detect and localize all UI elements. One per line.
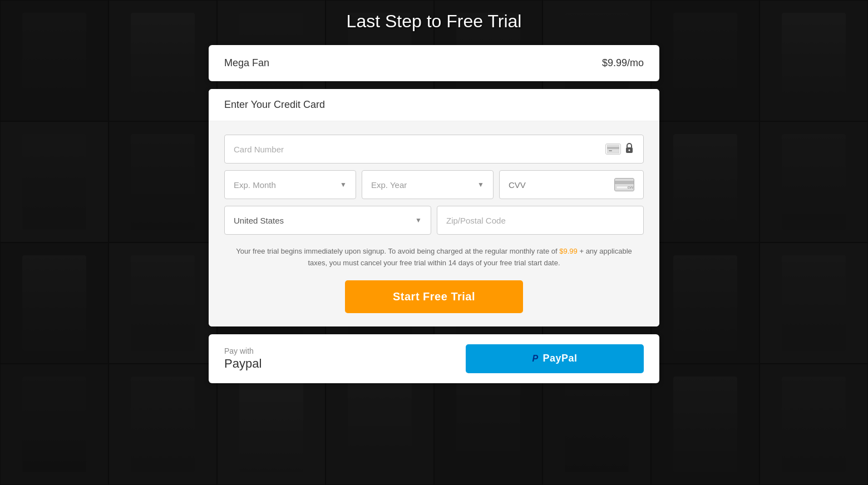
exp-cvv-row: Exp. Month 010203 040506 070809 101112 ▼… [224, 170, 644, 199]
pay-with-text: Pay with [224, 347, 262, 355]
exp-year-select[interactable]: Exp. Year 202420252026 202720282029 2030 [371, 180, 475, 190]
disclaimer-text: Your free trial begins immediately upon … [224, 246, 644, 269]
credit-card-icon [605, 143, 621, 155]
country-chevron: ▼ [415, 216, 422, 224]
disclaimer-before: Your free trial begins immediately upon … [236, 247, 559, 255]
svg-rect-1 [607, 147, 619, 149]
page-title: Last Step to Free Trial [347, 11, 522, 32]
plan-card: Mega Fan $9.99/mo [209, 45, 659, 81]
cc-section-title: Enter Your Credit Card [224, 99, 325, 110]
exp-year-field[interactable]: Exp. Year 202420252026 202720282029 2030… [362, 170, 494, 199]
cc-form-body: Exp. Month 010203 040506 070809 101112 ▼… [209, 121, 659, 326]
exp-month-field[interactable]: Exp. Month 010203 040506 070809 101112 ▼ [224, 170, 356, 199]
svg-rect-7 [617, 186, 628, 189]
cvv-card-icon: CVV [614, 178, 634, 191]
plan-price: $9.99/mo [602, 57, 644, 69]
card-number-input[interactable] [234, 145, 605, 154]
exp-month-chevron: ▼ [340, 181, 347, 189]
paypal-button-label: PayPal [543, 353, 578, 364]
cvv-field[interactable]: CVV [499, 170, 644, 199]
paypal-section: Pay with Paypal P PayPal [209, 334, 659, 383]
svg-text:CVV: CVV [628, 186, 634, 189]
card-number-row [224, 135, 644, 164]
card-number-field[interactable] [224, 135, 644, 164]
start-free-trial-button[interactable]: Start Free Trial [345, 280, 523, 313]
disclaimer-rate: $9.99 [559, 247, 578, 255]
country-select[interactable]: United States Canada United Kingdom Aust… [234, 216, 413, 225]
svg-point-4 [629, 149, 630, 151]
exp-year-chevron: ▼ [477, 181, 484, 189]
exp-month-select[interactable]: Exp. Month 010203 040506 070809 101112 [234, 180, 338, 190]
paypal-p-icon: P [532, 354, 538, 364]
svg-rect-2 [609, 150, 612, 151]
credit-card-section: Enter Your Credit Card [209, 89, 659, 326]
country-field[interactable]: United States Canada United Kingdom Aust… [224, 206, 431, 235]
lock-icon [624, 142, 634, 156]
plan-name: Mega Fan [224, 57, 269, 69]
paypal-button[interactable]: P PayPal [466, 344, 644, 373]
country-zip-row: United States Canada United Kingdom Aust… [224, 206, 644, 235]
main-content: Last Step to Free Trial Mega Fan $9.99/m… [0, 0, 868, 485]
pay-with-label: Pay with Paypal [224, 347, 262, 371]
card-icons [605, 142, 634, 156]
svg-rect-6 [615, 181, 634, 184]
cc-header: Enter Your Credit Card [209, 89, 659, 121]
zip-input[interactable] [446, 216, 634, 225]
cvv-input[interactable] [509, 180, 614, 190]
zip-field[interactable] [437, 206, 644, 235]
paypal-method-text: Paypal [224, 357, 262, 371]
